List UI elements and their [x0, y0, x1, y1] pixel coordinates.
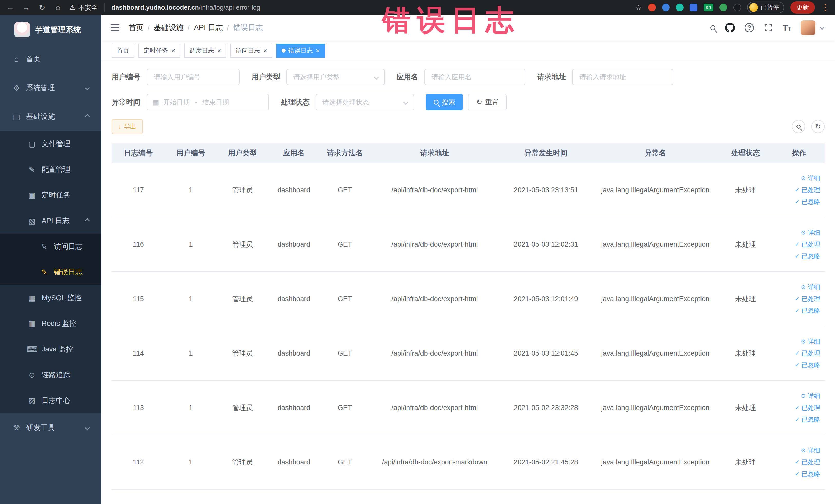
search-button[interactable]: 搜索 — [426, 94, 463, 110]
tab-label: 首页 — [117, 46, 129, 55]
sidebar-item-mysql[interactable]: ▦MySQL 监控 — [0, 285, 101, 311]
browser-update-button[interactable]: 更新 — [790, 1, 815, 14]
processed-link[interactable]: ✓已处理 — [795, 240, 820, 248]
sidebar-item-timer[interactable]: ▣定时任务 — [0, 182, 101, 208]
sidebar-item-error-log[interactable]: ✎错误日志 — [0, 259, 101, 285]
extension-icon[interactable] — [733, 4, 741, 11]
toggle-search-button[interactable] — [792, 120, 805, 133]
exception-time-range[interactable]: ▦ 开始日期 - 结束日期 — [147, 94, 269, 110]
view-tab[interactable]: 错误日志× — [277, 44, 325, 58]
extension-icon[interactable] — [719, 4, 727, 11]
processed-link[interactable]: ✓已处理 — [795, 349, 820, 357]
action-label: 已处理 — [802, 186, 820, 194]
search-icon[interactable] — [710, 25, 715, 30]
detail-link[interactable]: ⊙详细 — [801, 337, 820, 346]
eye-icon: ⊙ — [801, 230, 806, 236]
detail-link[interactable]: ⊙详细 — [801, 283, 820, 291]
detail-link[interactable]: ⊙详细 — [801, 446, 820, 455]
browser-menu-icon[interactable]: ⋮ — [821, 3, 829, 12]
sidebar-item-api-log[interactable]: ▧API 日志 — [0, 208, 101, 234]
detail-link[interactable]: ⊙详细 — [801, 228, 820, 237]
processed-link[interactable]: ✓已处理 — [795, 186, 820, 194]
request-url-filter: 请求地址 — [537, 69, 673, 85]
breadcrumb-item[interactable]: API 日志 — [194, 23, 223, 33]
user-avatar[interactable] — [801, 20, 815, 35]
reset-button[interactable]: ↻ 重置 — [468, 94, 507, 110]
ignored-link[interactable]: ✓已忽略 — [795, 361, 820, 369]
close-icon[interactable]: × — [263, 47, 267, 54]
sidebar-item-redis[interactable]: ▥Redis 监控 — [0, 311, 101, 336]
back-icon[interactable]: ← — [6, 3, 15, 12]
ignored-link[interactable]: ✓已忽略 — [795, 306, 820, 315]
app-name-input[interactable] — [424, 69, 526, 85]
sidebar-item-access-log[interactable]: ✎访问日志 — [0, 234, 101, 259]
tab-label: 定时任务 — [143, 46, 168, 55]
sidebar: 芋道管理系统 ⌂首页⚙系统管理▤基础设施▢文件管理✎配置管理▣定时任务▧API … — [0, 15, 101, 504]
cell-user-type: 管理员 — [217, 326, 268, 381]
sidebar-item-home[interactable]: ⌂首页 — [0, 45, 101, 74]
ignored-link[interactable]: ✓已忽略 — [795, 198, 820, 206]
font-size-icon[interactable]: TT — [782, 23, 791, 33]
export-button[interactable]: ↓ 导出 — [111, 119, 143, 134]
eye-icon: ⊙ — [801, 393, 806, 399]
view-tab[interactable]: 定时任务× — [138, 44, 180, 58]
breadcrumb-item[interactable]: 基础设施 — [154, 23, 184, 33]
range-separator: - — [195, 98, 197, 106]
cell-request-url: /api/infra/db-doc/export-html — [370, 326, 499, 381]
security-chip[interactable]: ⚠ 不安全 — [69, 3, 105, 12]
extension-icon[interactable] — [676, 4, 684, 11]
close-icon[interactable]: × — [217, 47, 221, 54]
ignored-link[interactable]: ✓已忽略 — [795, 416, 820, 424]
extension-on-badge[interactable]: on — [704, 4, 713, 11]
ignored-link[interactable]: ✓已忽略 — [795, 470, 820, 478]
sidebar-item-label: 日志中心 — [42, 396, 70, 405]
filter-row-2: 异常时间 ▦ 开始日期 - 结束日期 处理状态 请选择处理状态 — [111, 94, 825, 110]
browser-home-icon[interactable]: ⌂ — [54, 3, 63, 12]
extension-icon[interactable] — [648, 4, 656, 11]
close-icon[interactable]: × — [171, 47, 175, 54]
sidebar-item-gear[interactable]: ⚙系统管理 — [0, 74, 101, 102]
sidebar-item-tools[interactable]: ⚒研发工具 — [0, 414, 101, 442]
github-icon[interactable] — [725, 23, 735, 33]
sidebar-item-config[interactable]: ✎配置管理 — [0, 157, 101, 182]
process-status-select[interactable]: 请选择处理状态 — [316, 94, 414, 110]
sidebar-item-label: Java 监控 — [42, 344, 73, 354]
bookmark-star-icon[interactable]: ☆ — [635, 3, 642, 12]
breadcrumb-item[interactable]: 首页 — [128, 23, 143, 33]
cell-user-type: 管理员 — [217, 163, 268, 217]
view-tab[interactable]: 首页 — [111, 44, 134, 58]
sidebar-item-infra[interactable]: ▤基础设施 — [0, 102, 101, 131]
sidebar-item-file[interactable]: ▢文件管理 — [0, 131, 101, 157]
hamburger-icon[interactable] — [101, 24, 128, 31]
processed-link[interactable]: ✓已处理 — [795, 404, 820, 412]
sidebar-item-trace[interactable]: ⊙链路追踪 — [0, 362, 101, 388]
view-tab[interactable]: 调度日志× — [184, 44, 226, 58]
close-icon[interactable]: × — [316, 47, 320, 54]
sidebar-item-java[interactable]: ⌨Java 监控 — [0, 336, 101, 362]
user-type-select[interactable]: 请选择用户类型 — [286, 69, 385, 85]
reload-icon[interactable]: ↻ — [38, 3, 47, 12]
request-url-input[interactable] — [572, 69, 673, 85]
address-bar[interactable]: dashboard.yudao.iocoder.cn/infra/log/api… — [111, 4, 260, 11]
refresh-table-button[interactable]: ↻ — [811, 120, 825, 133]
cell-status: 未处理 — [718, 217, 773, 271]
select-placeholder: 请选择用户类型 — [293, 73, 340, 82]
search-icon — [796, 124, 801, 129]
sidebar-item-log-center[interactable]: ▨日志中心 — [0, 388, 101, 414]
extension-icon[interactable] — [662, 4, 670, 11]
help-icon[interactable]: ? — [745, 23, 754, 32]
fullscreen-icon[interactable] — [763, 23, 773, 32]
user-id-input[interactable] — [147, 69, 240, 85]
extension-icon[interactable] — [690, 4, 697, 11]
detail-link[interactable]: ⊙详细 — [801, 392, 820, 400]
paused-badge[interactable]: 已暂停 — [747, 2, 784, 13]
detail-link[interactable]: ⊙详细 — [801, 174, 820, 182]
chevron-down-icon[interactable] — [820, 26, 824, 30]
processed-link[interactable]: ✓已处理 — [795, 458, 820, 466]
forward-icon[interactable]: → — [22, 3, 31, 12]
processed-link[interactable]: ✓已处理 — [795, 295, 820, 303]
app-logo[interactable]: 芋道管理系统 — [0, 15, 101, 45]
view-tab[interactable]: 访问日志× — [230, 44, 272, 58]
cell-app-name: dashboard — [268, 435, 319, 489]
ignored-link[interactable]: ✓已忽略 — [795, 252, 820, 260]
